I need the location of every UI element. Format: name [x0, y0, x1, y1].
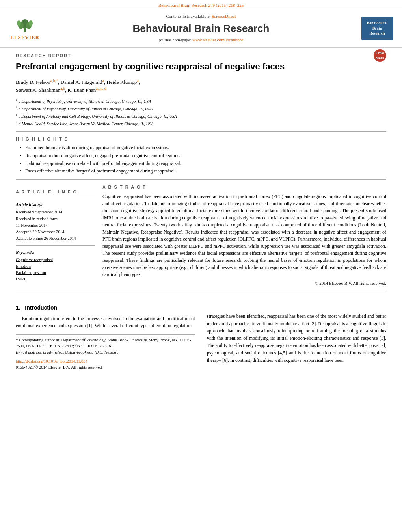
article-body: Research report Prefrontal engagement by…: [0, 53, 402, 371]
divider-1: [16, 131, 386, 132]
divider-2: [16, 179, 386, 180]
intro-title: 1. Introduction: [16, 304, 195, 312]
section-label: Research report: [16, 53, 386, 59]
article-history-label: Article history:: [16, 202, 95, 208]
footnote-asterisk: * Corresponding author at: Department of…: [16, 337, 195, 350]
banner-center: Contents lists available at ScienceDirec…: [43, 13, 359, 43]
footnote-section: * Corresponding author at: Department of…: [16, 334, 195, 356]
bbr-logo-box: Behavioural Brain Research: [361, 17, 393, 40]
affiliation-d: d d Mental Health Service Line, Jesse Br…: [16, 120, 386, 127]
right-column: A B S T R A C T Cognitive reappraisal ha…: [102, 184, 386, 286]
science-direct-line: Contents lists available at ScienceDirec…: [43, 13, 359, 19]
elsevier-logo: ELSEVIER: [7, 15, 43, 41]
doi-line: http://dx.doi.org/10.1016/j.bbr.2014.11.…: [16, 359, 195, 365]
highlights-label: H I G H L I G H T S: [16, 136, 386, 142]
doi-link[interactable]: http://dx.doi.org/10.1016/j.bbr.2014.11.…: [16, 359, 87, 363]
affiliations: a a Department of Psychiatry, University…: [16, 97, 386, 127]
homepage-link[interactable]: www.elsevier.com/locate/bbr: [192, 37, 243, 42]
highlights-list: Examined brain activation during reappra…: [16, 145, 386, 174]
intro-two-col: 1. Introduction Emotion regulation refer…: [16, 300, 386, 370]
intro-right-col: strategies have been identified, reappra…: [207, 300, 386, 370]
svg-point-5: [29, 20, 33, 26]
keywords-label: Keywords:: [16, 250, 95, 256]
article-dates: Received 9 September 2014 Received in re…: [16, 209, 95, 242]
left-column: A R T I C L E I N F O Article history: R…: [16, 184, 95, 286]
footnote-email: E-mail address: brady.nelson@stonybrook.…: [16, 349, 195, 356]
crossmark-badge: CrossMark: [374, 49, 386, 62]
journal-main-title: Behavioural Brain Research: [43, 21, 359, 35]
affiliation-c: c c Department of Anatomy and Cell Biolo…: [16, 112, 386, 119]
journal-citation: Behavioural Brain Research 279 (2015) 21…: [158, 3, 244, 7]
keyword-1: Cognitive reappraisal: [16, 257, 95, 263]
keyword-4: fMRI: [16, 276, 95, 282]
issn-line: 0166-4328/© 2014 Elsevier B.V. All right…: [16, 365, 195, 371]
journal-citation-bar: Behavioural Brain Research 279 (2015) 21…: [0, 0, 402, 9]
abstract-label: A B S T R A C T: [102, 184, 386, 190]
keyword-3: Facial expression: [16, 270, 95, 276]
highlight-item: Faces effective alternative 'targets' of…: [20, 168, 386, 174]
svg-point-4: [17, 20, 21, 26]
homepage-line: journal homepage: www.elsevier.com/locat…: [43, 37, 359, 43]
journal-banner: ELSEVIER Contents lists available at Sci…: [0, 9, 402, 48]
copyright: © 2014 Elsevier B.V. All rights reserved…: [102, 280, 386, 286]
highlights-section: H I G H L I G H T S Examined brain activ…: [16, 136, 386, 175]
highlight-item: Reappraisal reduced negative affect, eng…: [20, 152, 386, 159]
divider-3: [16, 293, 386, 293]
affiliation-a: a a Department of Psychiatry, University…: [16, 97, 386, 104]
intro-paragraph-1: Emotion regulation refers to the process…: [16, 315, 195, 330]
abstract-text: Cognitive reappraisal has been associate…: [102, 193, 386, 278]
affiliation-b: b b Department of Psychology, University…: [16, 105, 386, 112]
highlight-item: Habitual reappraisal use correlated with…: [20, 160, 386, 167]
science-direct-link[interactable]: ScienceDirect: [212, 14, 236, 19]
keywords-box: Keywords: Cognitive reappraisal Emotion …: [16, 250, 95, 282]
bbr-logo: Behavioural Brain Research: [359, 17, 395, 40]
highlight-item: Examined brain activation during reappra…: [20, 145, 386, 151]
keyword-2: Emotion: [16, 263, 95, 269]
elsevier-tree-icon: [13, 15, 37, 33]
authors-line: Brady D. Nelsona,b,*, Daniel A. Fitzgera…: [16, 78, 386, 94]
article-info-header: A R T I C L E I N F O: [16, 189, 95, 195]
introduction-section: 1. Introduction Emotion regulation refer…: [16, 300, 386, 370]
intro-left-col: 1. Introduction Emotion regulation refer…: [16, 300, 195, 370]
article-info-abstract: A R T I C L E I N F O Article history: R…: [16, 184, 386, 286]
article-info-box: Article history: Received 9 September 20…: [16, 198, 95, 246]
elsevier-wordmark: ELSEVIER: [10, 34, 39, 41]
intro-paragraph-2: strategies have been identified, reappra…: [207, 313, 386, 364]
article-title: Prefrontal engagement by cognitive reapp…: [16, 61, 370, 72]
